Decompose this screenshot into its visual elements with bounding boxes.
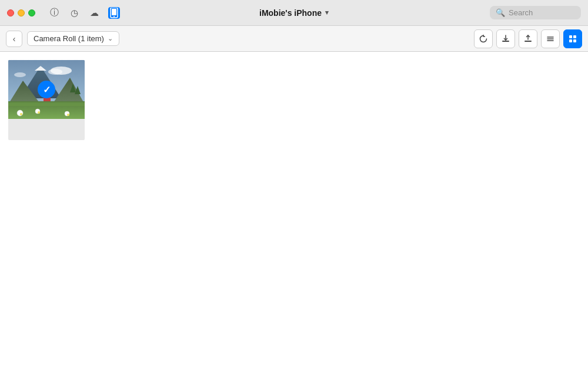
search-input[interactable] bbox=[509, 8, 575, 17]
photo-scene: ✓ bbox=[8, 60, 85, 119]
titlebar-left: ⓘ ◷ ☁ bbox=[7, 7, 120, 19]
search-box[interactable]: 🔍 bbox=[490, 6, 581, 19]
svg-rect-11 bbox=[573, 35, 576, 38]
titlebar-right: 🔍 bbox=[490, 6, 581, 19]
folder-selector[interactable]: Camera Roll (1 item) ⌄ bbox=[27, 31, 119, 46]
svg-rect-3 bbox=[502, 41, 509, 42]
export-button[interactable] bbox=[519, 29, 537, 48]
device-name: iMobie's iPhone bbox=[259, 8, 322, 18]
folder-chevron-icon: ⌄ bbox=[108, 35, 113, 42]
list-view-button[interactable] bbox=[541, 29, 560, 48]
svg-rect-12 bbox=[569, 39, 572, 42]
photo-item[interactable]: ✓ bbox=[8, 60, 85, 140]
import-button[interactable] bbox=[496, 29, 515, 48]
refresh-button[interactable] bbox=[474, 29, 493, 48]
svg-rect-13 bbox=[573, 39, 576, 42]
grid-view-button[interactable] bbox=[563, 29, 582, 48]
svg-rect-1 bbox=[112, 9, 116, 15]
selection-checkmark: ✓ bbox=[38, 81, 55, 98]
folder-name: Camera Roll (1 item) bbox=[34, 34, 104, 43]
phone-icon[interactable] bbox=[108, 7, 120, 19]
toolbar-actions bbox=[474, 29, 582, 48]
maximize-button[interactable] bbox=[28, 9, 35, 16]
photo-caption bbox=[8, 119, 85, 140]
svg-point-2 bbox=[113, 16, 115, 17]
svg-point-24 bbox=[17, 110, 23, 116]
info-icon[interactable]: ⓘ bbox=[48, 7, 60, 19]
svg-rect-23 bbox=[8, 102, 85, 106]
titlebar-icons: ⓘ ◷ ☁ bbox=[48, 7, 120, 19]
toolbar: ‹ Camera Roll (1 item) ⌄ bbox=[0, 26, 588, 52]
back-button[interactable]: ‹ bbox=[6, 31, 22, 47]
device-dropdown-arrow[interactable]: ▾ bbox=[325, 9, 329, 16]
svg-rect-5 bbox=[524, 41, 532, 42]
svg-point-16 bbox=[48, 69, 62, 75]
close-button[interactable] bbox=[7, 9, 14, 16]
cloud-icon[interactable]: ☁ bbox=[88, 7, 100, 19]
minimize-button[interactable] bbox=[18, 9, 25, 16]
svg-point-17 bbox=[14, 72, 26, 77]
svg-point-27 bbox=[38, 111, 40, 114]
titlebar-center: iMobie's iPhone ▾ bbox=[259, 8, 329, 18]
search-icon: 🔍 bbox=[496, 8, 505, 17]
clock-icon[interactable]: ◷ bbox=[68, 7, 80, 19]
main-content: ✓ bbox=[0, 52, 588, 365]
svg-rect-10 bbox=[569, 35, 572, 38]
photo-thumbnail: ✓ bbox=[8, 60, 85, 119]
svg-point-29 bbox=[67, 114, 69, 116]
traffic-lights bbox=[7, 9, 35, 16]
titlebar: ⓘ ◷ ☁ iMobie's iPhone ▾ 🔍 bbox=[0, 0, 588, 26]
svg-point-25 bbox=[20, 113, 22, 115]
